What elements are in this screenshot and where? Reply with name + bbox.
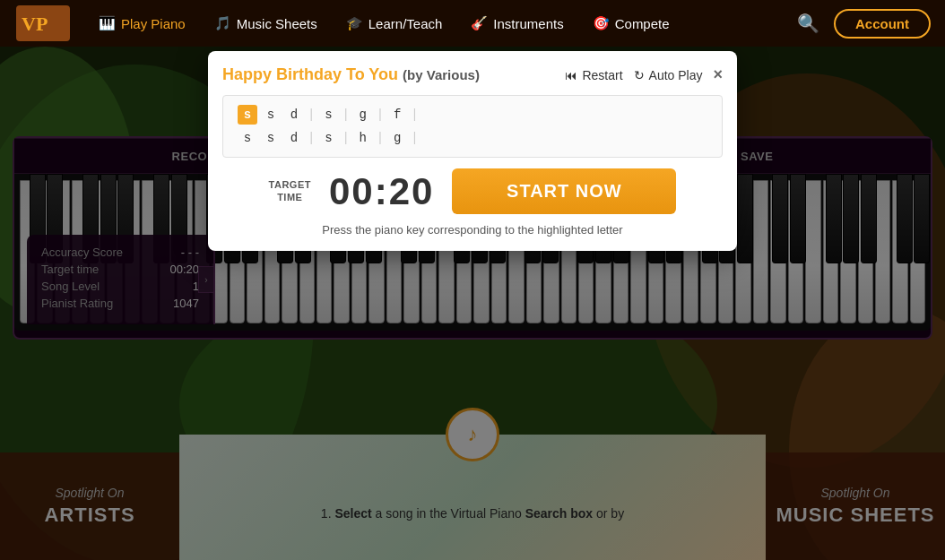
song-name: Happy Birthday To You (222, 65, 398, 83)
note-g2: g (387, 128, 407, 148)
note-s2: s (261, 105, 281, 125)
note-d1: d (284, 105, 304, 125)
note-s1-highlighted: s (238, 105, 257, 125)
target-icon: 🎯 (593, 15, 610, 31)
nav-item-music-sheets[interactable]: 🎵 Music Sheets (202, 10, 330, 37)
svg-text:VP: VP (22, 13, 48, 35)
note-d2: d (284, 128, 304, 148)
restart-button[interactable]: ⏮ Restart (565, 68, 622, 82)
account-button[interactable]: Account (834, 9, 931, 39)
piano-icon: 🎹 (99, 15, 116, 31)
note-g1: g (353, 105, 373, 125)
artist-name: (by Various) (403, 67, 480, 82)
modal-controls: ⏮ Restart ↻ Auto Play × (565, 65, 723, 84)
note-f1: f (387, 105, 407, 125)
note-s3: s (318, 105, 338, 125)
nav-item-learn-teach[interactable]: 🎓 Learn/Teach (334, 10, 455, 37)
target-time-container: TARGETTIME (269, 179, 311, 202)
navbar: VP 🎹 Play Piano 🎵 Music Sheets 🎓 Learn/T… (0, 0, 945, 47)
sheet-music-display: s s d | s | g | f | s s d | s | (222, 95, 723, 158)
modal-title: Happy Birthday To You (by Various) (222, 65, 480, 84)
graduation-icon: 🎓 (346, 15, 363, 31)
sheet-row-2: s s d | s | h | g | (238, 128, 707, 148)
autoplay-icon: ↻ (634, 68, 645, 82)
search-button[interactable]: 🔍 (797, 13, 819, 34)
timer-display: 00:20 (329, 170, 434, 213)
main-area: Accuracy Score - - - Target time 00:20 S… (0, 47, 945, 560)
note-s5: s (261, 128, 281, 148)
modal-overlay: Happy Birthday To You (by Various) ⏮ Res… (0, 47, 945, 560)
nav-item-compete[interactable]: 🎯 Compete (580, 10, 682, 37)
music-note-icon: 🎵 (214, 15, 231, 31)
note-s4: s (238, 128, 257, 148)
modal-header: Happy Birthday To You (by Various) ⏮ Res… (222, 65, 723, 84)
start-now-button[interactable]: START NOW (452, 168, 676, 214)
note-s6: s (318, 128, 338, 148)
guitar-icon: 🎸 (471, 15, 488, 31)
sheet-row-1: s s d | s | g | f | (238, 105, 707, 125)
timer-section: TARGETTIME 00:20 START NOW (222, 168, 723, 214)
nav-item-play-piano[interactable]: 🎹 Play Piano (86, 10, 198, 37)
target-time-label: TARGETTIME (269, 179, 311, 202)
nav-right: 🔍 Account (797, 9, 931, 39)
autoplay-button[interactable]: ↻ Auto Play (634, 68, 703, 82)
note-h1: h (353, 128, 373, 148)
logo[interactable]: VP (14, 4, 72, 43)
modal-dialog: Happy Birthday To You (by Various) ⏮ Res… (208, 51, 737, 251)
restart-icon: ⏮ (565, 68, 577, 82)
nav-item-instruments[interactable]: 🎸 Instruments (458, 10, 576, 37)
nav-items: 🎹 Play Piano 🎵 Music Sheets 🎓 Learn/Teac… (86, 10, 790, 37)
hint-text: Press the piano key corresponding to the… (222, 223, 723, 237)
modal-close-button[interactable]: × (713, 65, 723, 84)
